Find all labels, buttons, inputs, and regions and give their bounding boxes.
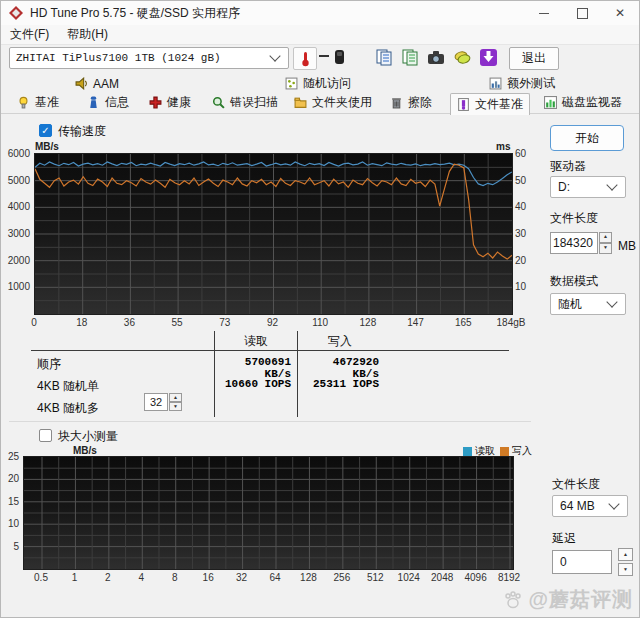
results-col-write: 写入 [299, 333, 381, 350]
bottom-chart-xtick: 1 [72, 572, 78, 583]
delay-field[interactable]: 0 [552, 550, 612, 574]
tab-file-benchmark[interactable]: 文件基准 [450, 93, 530, 115]
money-icon [454, 50, 471, 65]
bottom-chart-xtick: 256 [334, 572, 351, 583]
bottom-chart-xtick: 64 [269, 572, 280, 583]
block-size-chart [24, 457, 513, 569]
top-chart-xtick: 184gB [497, 317, 526, 328]
menu-file[interactable]: 文件(F) [1, 26, 58, 43]
transfer-speed-chart [35, 154, 512, 314]
tab-disk-monitor[interactable]: 磁盘监视器 [538, 93, 628, 112]
delay-stepper[interactable]: ▲ ▼ [618, 548, 633, 576]
file-length-value: 184320 [550, 232, 598, 254]
chevron-down-icon [606, 296, 617, 307]
speaker-icon [75, 77, 88, 90]
stepper-down-button[interactable]: ▼ [169, 402, 182, 411]
tab-benchmark[interactable]: 基准 [11, 93, 65, 112]
delay-label: 延迟 [552, 530, 576, 547]
screenshot-button[interactable] [425, 47, 447, 68]
top-chart-ytick-right: 50 [515, 175, 526, 186]
stepper-down-button[interactable]: ▼ [618, 563, 633, 576]
read-legend-swatch [463, 447, 472, 456]
tab-aam-label: AAM [93, 77, 119, 91]
tab-disk-monitor-label: 磁盘监视器 [562, 94, 622, 111]
bottom-chart-ytick: 10 [1, 518, 19, 529]
stepper-up-button[interactable]: ▲ [618, 548, 633, 561]
copy-text-button[interactable] [373, 47, 395, 68]
results-rnd-single-write: 25311 IOPS [303, 378, 379, 390]
bottom-chart-xtick: 0.5 [34, 572, 48, 583]
tab-health[interactable]: 健康 [143, 93, 197, 112]
block-size-plot [23, 456, 514, 570]
file-benchmark-icon [457, 98, 470, 111]
top-chart-ytick-right: 30 [515, 228, 526, 239]
drive-select-value: ZHITAI TiPlus7100 1TB (1024 gB) [16, 52, 271, 64]
menu-help[interactable]: 帮助(H) [58, 26, 117, 43]
buy-button[interactable] [451, 47, 473, 68]
tab-benchmark-label: 基准 [35, 94, 59, 111]
top-chart-xtick: 36 [124, 317, 135, 328]
results-row-label: 4KB 随机单 [37, 378, 99, 395]
error-scan-icon [212, 96, 225, 109]
stepper-up-button[interactable]: ▲ [599, 232, 612, 243]
stepper-down-button[interactable]: ▼ [599, 243, 612, 254]
close-icon: ✕ [615, 6, 625, 20]
block-size-label: 块大小测量 [58, 428, 118, 445]
top-chart-ytick-right: 20 [515, 255, 526, 266]
block-size-checkbox[interactable] [39, 429, 52, 442]
drive-select-combo[interactable]: ZHITAI TiPlus7100 1TB (1024 gB) [9, 47, 289, 69]
start-button[interactable]: 开始 [550, 125, 624, 151]
tab-error-scan[interactable]: 错误扫描 [206, 93, 284, 112]
results-header-rule [31, 350, 509, 351]
bottom-chart-xtick: 1024 [398, 572, 420, 583]
exit-button[interactable]: 退出 [509, 47, 559, 70]
download-icon [479, 48, 498, 67]
block-file-length-dropdown[interactable]: 64 MB [552, 495, 628, 517]
queue-depth-stepper[interactable]: 32 ▲ ▼ [144, 393, 182, 411]
stepper-up-button[interactable]: ▲ [169, 393, 182, 402]
disk-monitor-icon [544, 96, 557, 109]
app-window: HD Tune Pro 5.75 - 硬盘/SSD 实用程序 ✕ 文件(F) 帮… [0, 0, 640, 618]
tab-erase[interactable]: 擦除 [384, 93, 438, 112]
maximize-button[interactable] [563, 1, 601, 25]
results-col-read: 读取 [217, 333, 295, 350]
paw-icon [502, 589, 524, 611]
benchmark-icon [17, 96, 30, 109]
bottom-chart-xtick: 2 [105, 572, 111, 583]
tab-file-benchmark-label: 文件基准 [475, 96, 523, 113]
tab-aam[interactable]: AAM [69, 74, 125, 93]
drive-dropdown[interactable]: D: [550, 176, 626, 198]
tab-info[interactable]: 信息 [81, 93, 135, 112]
data-mode-dropdown[interactable]: 随机 [550, 293, 626, 315]
download-update-button[interactable] [477, 47, 499, 68]
transfer-speed-checkbox[interactable]: ✓ [39, 124, 52, 137]
bottom-chart-ytick: 20 [1, 473, 19, 484]
top-chart-xtick: 0 [31, 317, 37, 328]
tab-error-scan-label: 错误扫描 [230, 94, 278, 111]
results-rnd-single-read: 10660 IOPS [219, 378, 291, 390]
file-length-label: 文件长度 [550, 210, 598, 227]
close-button[interactable]: ✕ [601, 1, 639, 25]
file-length-stepper[interactable]: 184320 ▲ ▼ [550, 232, 612, 254]
copy-text-icon [376, 49, 393, 66]
watermark-text: @蘑菇评测 [528, 586, 633, 613]
title-bar: HD Tune Pro 5.75 - 硬盘/SSD 实用程序 ✕ [1, 1, 639, 25]
top-chart-xtick: 18 [76, 317, 87, 328]
temperature-button[interactable] [293, 47, 317, 70]
tab-random-access[interactable]: 随机访问 [279, 74, 357, 93]
top-chart-ytick-right: 10 [515, 281, 526, 292]
tab-folder-usage[interactable]: 文件夹使用 [288, 93, 378, 112]
queue-depth-value: 32 [144, 393, 168, 411]
top-chart-ytick-left: 6000 [1, 148, 30, 159]
transfer-speed-plot [34, 153, 513, 315]
top-chart-ytick-left: 5000 [1, 175, 30, 186]
dash-icon [319, 55, 329, 57]
top-chart-ytick-left: 1000 [1, 281, 30, 292]
section-separator [9, 421, 531, 422]
copy-image-button[interactable] [399, 47, 421, 68]
file-length-unit: MB [618, 239, 636, 253]
erase-icon [390, 96, 403, 109]
tab-extra-tests[interactable]: 额外测试 [483, 74, 561, 93]
minimize-button[interactable] [525, 1, 563, 25]
results-seq-read: 5700691 KB/s [219, 356, 291, 380]
